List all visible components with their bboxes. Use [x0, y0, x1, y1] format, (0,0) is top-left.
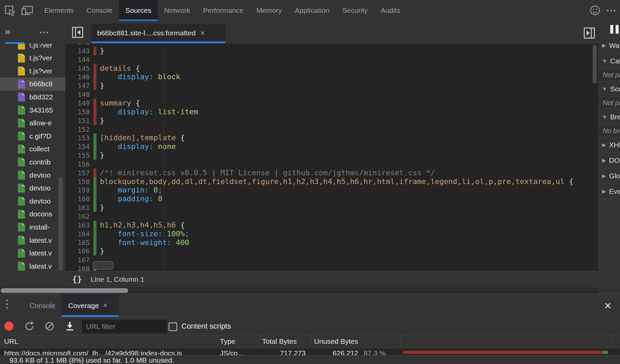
navigator-collapsed-tabs-icon[interactable]: » [5, 26, 10, 37]
code-line[interactable]: 160 padding: 0 [65, 194, 598, 203]
show-right-panel-icon[interactable] [583, 27, 595, 39]
inspect-element-icon[interactable] [3, 4, 16, 17]
navigator-file[interactable]: b66bc8 [0, 78, 65, 91]
column-total-bytes[interactable]: Total Bytes [262, 337, 297, 345]
navigator-file[interactable]: latest.v [0, 247, 65, 260]
code-line[interactable]: 152 [65, 125, 598, 134]
code-line[interactable]: 146 display: block [65, 72, 598, 81]
clear-icon[interactable] [45, 321, 55, 331]
debugger-section-scope[interactable]: ▼Scope [598, 81, 620, 97]
navigator-file[interactable]: contrib [0, 155, 65, 169]
chevron-right-icon[interactable]: ▶ [602, 188, 606, 194]
chevron-down-icon[interactable]: ▼ [602, 114, 607, 120]
drawer-close-icon[interactable]: ✕ [604, 300, 612, 311]
code-line[interactable]: 158blockquote,body,dd,dl,dt,fieldset,fig… [65, 177, 598, 186]
code-line[interactable]: 142 [65, 44, 598, 47]
tab-network[interactable]: Network [158, 0, 197, 21]
code-line[interactable]: 153[hidden],template { [65, 133, 598, 142]
column-url[interactable]: URL [4, 337, 18, 345]
code-line[interactable]: 159 margin: 0; [65, 186, 598, 194]
debugger-section-watch[interactable]: ▶Watch [598, 38, 620, 53]
code-line[interactable]: 164 font-size: 100%; [65, 230, 598, 238]
editor-file-tab[interactable]: b66bc881.site-l....css:formatted × [91, 24, 225, 42]
tab-memory[interactable]: Memory [250, 0, 288, 21]
code-line[interactable]: 143} [65, 47, 598, 55]
device-toolbar-icon[interactable] [21, 4, 34, 17]
code-line[interactable]: 144 [65, 55, 598, 64]
column-type[interactable]: Type [220, 337, 235, 345]
code-line[interactable]: 167 [65, 255, 598, 264]
navigator-file[interactable]: docons [0, 208, 65, 221]
code-line[interactable]: 157/*! minireset.css v0.0.5 | MIT Licens… [65, 169, 598, 177]
reload-icon[interactable] [24, 321, 34, 331]
hide-navigator-icon[interactable] [72, 26, 84, 38]
pause-script-icon[interactable] [610, 25, 619, 34]
tab-audits[interactable]: Audits [374, 0, 406, 21]
tab-performance[interactable]: Performance [197, 0, 250, 21]
column-unused-bytes[interactable]: Unused Bytes [314, 337, 358, 345]
chevron-down-icon[interactable]: ▼ [602, 58, 607, 64]
navigator-file[interactable]: t.js?ver [0, 44, 65, 52]
record-coverage-button[interactable] [4, 322, 13, 331]
debugger-section-xhr-fetch-breakpoints[interactable]: ▶XHR/fetch Breakpoints [598, 137, 620, 153]
navigator-file[interactable]: t.js?ver [0, 52, 65, 65]
panel-hscrollbar-thumb[interactable] [1, 288, 128, 293]
code-line[interactable]: 163h1,h2,h3,h4,h5,h6 { [65, 221, 598, 230]
navigator-file[interactable]: t.js?ver [0, 64, 65, 78]
code-line[interactable]: 151} [65, 116, 598, 125]
navigator-file[interactable]: devtoo [0, 182, 65, 195]
code-editor[interactable]: 142143}144145details {146 display: block… [65, 44, 598, 271]
debugger-section-event-listener-breakpoints[interactable]: ▶Event Listener Breakpoints [598, 184, 620, 199]
debugger-section-global-listeners[interactable]: ▶Global Listeners [598, 168, 620, 184]
editor-sidebar-divider[interactable] [598, 21, 598, 294]
navigator-file[interactable]: latest.v [0, 234, 65, 247]
navigator-file[interactable]: c.gif?D [0, 129, 65, 143]
code-line[interactable]: 150 display: list-item [65, 108, 598, 116]
code-line[interactable]: 148 [65, 90, 598, 99]
code-line[interactable]: 154 display: none [65, 142, 598, 151]
drawer-menu-icon[interactable] [6, 300, 8, 309]
navigator-file[interactable]: b8d322 [0, 90, 65, 103]
navigator-scrollbar-thumb[interactable] [58, 177, 63, 271]
navigator-file[interactable]: devtoo [0, 169, 65, 182]
tab-security[interactable]: Security [336, 0, 374, 21]
content-scripts-checkbox[interactable] [169, 323, 177, 331]
main-menu-icon[interactable] [607, 10, 615, 11]
debugger-section-dom-breakpoints[interactable]: ▶DOM Breakpoints [598, 153, 620, 168]
debugger-section-call-stack[interactable]: ▼Call Stack [598, 53, 620, 69]
pretty-print-icon[interactable]: {} [72, 275, 82, 284]
navigator-file[interactable]: collect [0, 143, 65, 156]
editor-hscrollbar-thumb[interactable] [93, 261, 114, 270]
editor-vscrollbar-thumb[interactable] [593, 45, 597, 84]
chevron-down-icon[interactable]: ▼ [602, 86, 607, 92]
code-line[interactable]: 155} [65, 151, 598, 160]
feedback-smiley-icon[interactable] [589, 4, 601, 17]
drawer-tab-coverage[interactable]: Coverage × [61, 294, 119, 317]
url-filter-input[interactable] [82, 320, 167, 333]
navigator-file[interactable]: 343165 [0, 103, 65, 117]
chevron-right-icon[interactable]: ▶ [602, 42, 606, 49]
navigator-file[interactable]: install- [0, 220, 65, 234]
navigator-file[interactable]: latest.v [0, 260, 65, 273]
chevron-right-icon[interactable]: ▶ [602, 142, 606, 148]
code-line[interactable]: 162 [65, 212, 598, 221]
tab-application[interactable]: Application [288, 0, 336, 21]
code-line[interactable]: 161} [65, 203, 598, 212]
coverage-tab-close-icon[interactable]: × [103, 301, 107, 310]
code-line[interactable]: 149summary { [65, 99, 598, 108]
navigator-file[interactable]: allow-e [0, 117, 65, 130]
tab-console[interactable]: Console [80, 0, 119, 21]
code-line[interactable]: 145details { [65, 64, 598, 73]
chevron-right-icon[interactable]: ▶ [602, 173, 606, 179]
tab-sources[interactable]: Sources [119, 0, 158, 21]
code-line[interactable]: 165 font-weight: 400 [65, 238, 598, 247]
code-line[interactable]: 156 [65, 160, 598, 169]
navigator-editor-divider[interactable] [65, 21, 65, 287]
export-download-icon[interactable] [65, 321, 75, 331]
drawer-tab-console[interactable]: Console [24, 294, 61, 317]
code-line[interactable]: 168 [65, 264, 598, 271]
chevron-right-icon[interactable]: ▶ [602, 157, 606, 163]
debugger-section-breakpoints[interactable]: ▼Breakpoints [598, 109, 620, 125]
code-line[interactable]: 166} [65, 247, 598, 255]
navigator-file[interactable]: devtoo [0, 194, 65, 208]
